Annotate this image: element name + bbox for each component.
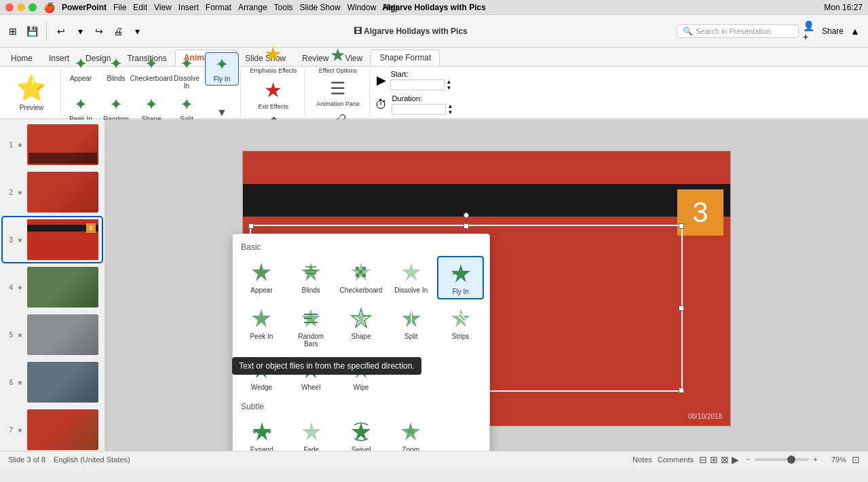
app-name[interactable]: PowerPoint: [62, 3, 107, 12]
anim-checkerboard[interactable]: Checkerboard: [337, 256, 385, 299]
slide-item-6[interactable]: 6 ★: [3, 360, 102, 405]
swivel-anim-icon: [349, 420, 373, 444]
slide-item-5[interactable]: 5 ★: [3, 312, 102, 357]
tab-shape-format[interactable]: Shape Format: [371, 50, 440, 66]
anim-expand[interactable]: Expand: [238, 415, 285, 451]
view-reading-icon[interactable]: ⊠: [721, 454, 729, 465]
view-normal-icon[interactable]: ⊟: [699, 454, 707, 465]
duration-spinners[interactable]: ▲ ▼: [447, 103, 453, 115]
share-button[interactable]: Share: [822, 26, 844, 36]
anim-swivel[interactable]: Swivel: [337, 415, 384, 451]
handle-top-right[interactable]: [679, 223, 684, 229]
start-spinners[interactable]: ▲ ▼: [446, 79, 451, 91]
anim-zoom[interactable]: Zoom: [388, 415, 434, 451]
minimize-button[interactable]: [17, 3, 25, 12]
print-icon[interactable]: 🖨: [111, 24, 126, 39]
more-tools-icon[interactable]: ▾: [130, 24, 145, 39]
menu-edit[interactable]: Edit: [133, 3, 147, 12]
duration-input[interactable]: [392, 104, 446, 115]
anim-dissolvein-btn[interactable]: ✦ Dissolve In: [170, 52, 204, 92]
start-input-group[interactable]: ▲ ▼: [390, 79, 451, 91]
redo-icon[interactable]: ↪: [92, 24, 107, 39]
start-row: Start: ▲ ▼: [390, 69, 451, 91]
slide-item-3[interactable]: 3 ★ 3: [3, 217, 102, 262]
share-icon[interactable]: 👤+: [803, 24, 818, 39]
handle-bottom-right[interactable]: [679, 388, 684, 393]
menu-tools[interactable]: Tools: [274, 3, 293, 12]
view-presentation-icon[interactable]: ▶: [732, 454, 739, 465]
menu-arrange[interactable]: Arrange: [238, 3, 267, 12]
status-right: Notes Comments ⊟ ⊞ ⊠ ▶ － ＋ 79% ⊡: [633, 454, 860, 465]
menu-view[interactable]: View: [154, 3, 172, 12]
anim-flyin[interactable]: Fly In: [437, 256, 484, 299]
language-info: English (United States): [54, 456, 130, 464]
search-placeholder: Search in Presentation: [696, 27, 771, 35]
duration-down-icon[interactable]: ▼: [447, 109, 453, 115]
anim-blinds-btn[interactable]: ✦ Blinds: [99, 52, 133, 92]
anim-strips[interactable]: Strips: [437, 302, 484, 350]
maximize-button[interactable]: [29, 3, 37, 12]
start-up-icon[interactable]: ▲: [446, 79, 451, 85]
anim-checkerboard-btn[interactable]: ✦ Checkerboard: [134, 52, 168, 92]
undo-dropdown[interactable]: ▾: [73, 24, 88, 39]
ribbon-content: ⭐ Preview ✦ Appear ✦ Blinds ✦ Checkerboa…: [0, 67, 868, 119]
menu-slideshow[interactable]: Slide Show: [300, 3, 341, 12]
slide-thumb-7: [27, 409, 98, 450]
anim-fade[interactable]: Fade: [288, 415, 335, 451]
anim-peekin[interactable]: Peek In: [238, 302, 285, 350]
handle-top-middle[interactable]: [464, 223, 469, 229]
menu-insert[interactable]: Insert: [178, 3, 199, 12]
exit-effects-btn[interactable]: ★ Exit Effects: [254, 76, 292, 112]
fit-to-window-icon[interactable]: ⊡: [852, 454, 860, 465]
handle-top-left[interactable]: [248, 223, 254, 229]
window-controls[interactable]: 🍎 PowerPoint File Edit View Insert Forma…: [5, 2, 400, 13]
sidebar-toggle-icon[interactable]: ⊞: [5, 24, 20, 39]
zoom-slider[interactable]: [755, 458, 809, 461]
effect-options-btn[interactable]: ★ Effect Options: [316, 43, 360, 76]
slide-item-2[interactable]: 2 ★: [3, 170, 102, 215]
view-grid-icon[interactable]: ⊞: [710, 454, 718, 465]
apple-menu[interactable]: 🍎: [43, 2, 55, 13]
svg-rect-6: [356, 267, 359, 270]
notes-button[interactable]: Notes: [633, 456, 652, 464]
anim-flyin-btn[interactable]: ✦ Fly In: [205, 52, 239, 86]
save-icon[interactable]: 💾: [24, 24, 39, 39]
zoom-out-icon[interactable]: －: [744, 454, 752, 464]
zoom-percent[interactable]: 79%: [825, 456, 846, 464]
anim-appear-btn[interactable]: ✦ Appear: [64, 52, 98, 92]
undo-icon[interactable]: ↩: [54, 24, 69, 39]
slide-item-1[interactable]: 1 ★: [3, 122, 102, 167]
anim-blinds[interactable]: Blinds: [288, 256, 335, 299]
duration-control: ⏱ Duration: ▲ ▼: [375, 94, 453, 115]
start-input[interactable]: [390, 79, 445, 90]
slide-number-7: 7: [5, 426, 13, 434]
anim-randombars[interactable]: Random Bars: [288, 302, 335, 350]
comments-button[interactable]: Comments: [658, 456, 694, 464]
menu-format[interactable]: Format: [206, 3, 231, 12]
close-button[interactable]: [5, 3, 14, 12]
anim-split[interactable]: Split: [388, 302, 434, 350]
start-down-icon[interactable]: ▼: [446, 85, 451, 91]
animation-pane-btn[interactable]: ☰ Animation Pane: [313, 76, 363, 109]
slide-item-7[interactable]: 7 ★: [3, 407, 102, 451]
anim-shape[interactable]: Shape: [337, 302, 385, 350]
peekin-icon: ✦: [74, 95, 88, 114]
system-top-bar: 🍎 PowerPoint File Edit View Insert Forma…: [0, 0, 868, 15]
duration-input-group[interactable]: ▲ ▼: [392, 103, 453, 115]
anim-dissolvein[interactable]: Dissolve In: [388, 256, 434, 299]
collapse-ribbon-icon[interactable]: ▲: [848, 24, 863, 39]
rotate-handle[interactable]: [464, 212, 469, 218]
preview-button[interactable]: ⭐ Preview: [10, 71, 54, 114]
svg-rect-9: [356, 274, 359, 277]
tab-home[interactable]: Home: [3, 51, 41, 66]
handle-middle-right[interactable]: [679, 305, 684, 311]
appear-anim-icon: [249, 260, 273, 284]
anim-appear[interactable]: Appear: [238, 256, 285, 299]
menu-file[interactable]: File: [113, 3, 126, 12]
menu-window[interactable]: Window: [347, 3, 377, 12]
emphasis-effects-btn[interactable]: ★ Emphasis Effects: [246, 40, 300, 76]
search-box[interactable]: 🔍 Search in Presentation: [677, 24, 799, 38]
zoom-in-icon[interactable]: ＋: [812, 454, 819, 464]
slide-item-4[interactable]: 4 ★: [3, 265, 102, 310]
duration-up-icon[interactable]: ▲: [447, 103, 453, 109]
